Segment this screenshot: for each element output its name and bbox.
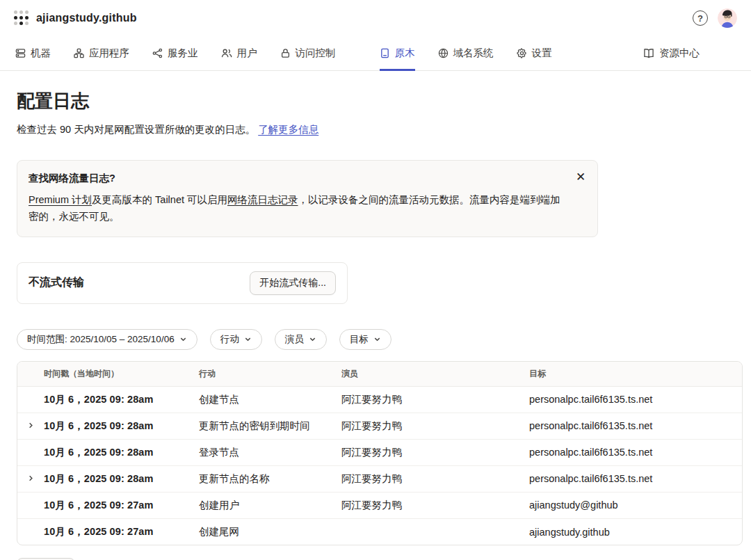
- time-range-filter[interactable]: 时间范围: 2025/10/05 – 2025/10/06: [17, 329, 197, 350]
- nav-item-resource-center[interactable]: 资源中心: [643, 37, 700, 71]
- streaming-status-card: 不流式传输 开始流式传输...: [17, 262, 348, 304]
- banner-body: Premium 计划及更高版本的 Tailnet 可以启用网络流日志记录，以记录…: [29, 192, 570, 225]
- help-icon[interactable]: ?: [693, 10, 708, 26]
- actor-filter[interactable]: 演员: [275, 329, 327, 350]
- main-content: 配置日志 检查过去 90 天内对尾网配置设置所做的更改的日志。 了解更多信息 查…: [0, 89, 751, 560]
- table-row: 10月 6，2025 09: 27am 创建尾网 ajiangstudy.git…: [17, 518, 742, 545]
- chevron-right-icon[interactable]: [27, 422, 35, 429]
- nav-item-logs[interactable]: 原木: [380, 37, 415, 71]
- chevron-down-icon: [244, 335, 252, 343]
- config-log-table: 时间戳（当地时间） 行动 演员 目标 10月 6，2025 09: 28am 创…: [17, 361, 743, 546]
- nav-item-users[interactable]: 用户: [221, 37, 257, 71]
- chevron-right-icon[interactable]: [27, 474, 35, 482]
- chevron-down-icon: [373, 335, 381, 343]
- table-row: 10月 6，2025 09: 27am 创建用户 阿江要努力鸭 ajiangst…: [17, 492, 742, 518]
- col-header-timestamp: 时间戳（当地时间）: [44, 362, 199, 387]
- nav-item-machines[interactable]: 机器: [15, 37, 51, 71]
- tailscale-logo-icon: [14, 10, 29, 26]
- page-description: 检查过去 90 天内对尾网配置设置所做的更改的日志。 了解更多信息: [17, 123, 734, 136]
- col-header-actor: 演员: [341, 362, 529, 387]
- network-flow-logs-banner: 查找网络流量日志? Premium 计划及更高版本的 Tailnet 可以启用网…: [17, 160, 598, 237]
- action-filter[interactable]: 行动: [210, 329, 262, 350]
- table-row[interactable]: 10月 6，2025 09: 28am 更新节点的名称 阿江要努力鸭 perso…: [17, 465, 742, 492]
- nav-item-services[interactable]: 服务业: [152, 37, 198, 71]
- table-row: 10月 6，2025 09: 28am 创建节点 阿江要努力鸭 personal…: [17, 386, 742, 413]
- page-title: 配置日志: [17, 89, 734, 113]
- col-header-target: 目标: [529, 362, 742, 387]
- top-bar: ajiangstudy.github ?: [0, 0, 751, 36]
- col-header-action: 行动: [199, 362, 341, 387]
- streaming-status: 不流式传输: [29, 275, 84, 290]
- premium-plan-link[interactable]: Premium 计划: [29, 194, 92, 205]
- close-icon[interactable]: ✕: [574, 170, 588, 184]
- user-avatar[interactable]: [718, 8, 737, 28]
- target-filter[interactable]: 目标: [339, 329, 391, 350]
- log-filters: 时间范围: 2025/10/05 – 2025/10/06 行动 演员 目标: [17, 329, 734, 350]
- learn-more-link[interactable]: 了解更多信息: [258, 124, 318, 135]
- table-header-row: 时间戳（当地时间） 行动 演员 目标: [17, 362, 742, 387]
- chevron-down-icon: [179, 335, 187, 343]
- nav-item-dns[interactable]: 域名系统: [438, 37, 494, 71]
- chevron-down-icon: [309, 335, 316, 343]
- primary-nav: 机器 应用程序 服务业 用户 访问控制 原木 域名系统 设置 资源中心: [0, 36, 751, 71]
- table-row[interactable]: 10月 6，2025 09: 28am 更新节点的密钥到期时间 阿江要努力鸭 p…: [17, 413, 742, 439]
- nav-item-apps[interactable]: 应用程序: [74, 37, 129, 71]
- banner-title: 查找网络流量日志?: [29, 172, 570, 185]
- table-row: 10月 6，2025 09: 28am 登录节点 阿江要努力鸭 personal…: [17, 439, 742, 465]
- nav-item-settings[interactable]: 设置: [517, 37, 552, 71]
- start-streaming-button[interactable]: 开始流式传输...: [250, 271, 336, 295]
- tenant-name: ajiangstudy.github: [36, 12, 137, 24]
- flow-logging-link[interactable]: 网络流日志记录: [227, 194, 298, 205]
- nav-item-access-controls[interactable]: 访问控制: [280, 37, 336, 71]
